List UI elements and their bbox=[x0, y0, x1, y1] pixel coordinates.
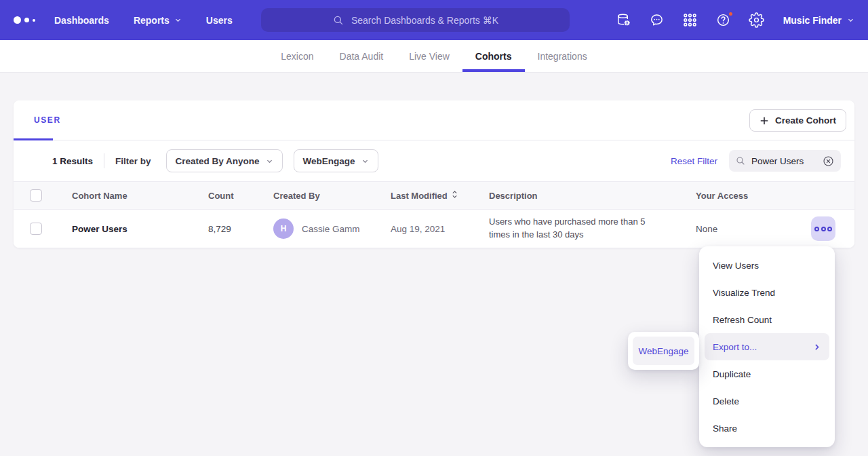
tab-data-audit[interactable]: Data Audit bbox=[327, 40, 397, 72]
project-switcher[interactable]: Music Finder bbox=[783, 15, 854, 26]
active-tab-underline bbox=[14, 138, 53, 140]
nav-reports[interactable]: Reports bbox=[134, 15, 182, 26]
search-icon bbox=[735, 155, 746, 166]
row-context-menu: View Users Visualize Trend Refresh Count… bbox=[699, 246, 835, 447]
export-submenu: WebEngage bbox=[628, 332, 699, 370]
data-governance-icon[interactable] bbox=[616, 12, 632, 28]
topbar-actions: Music Finder bbox=[616, 0, 854, 40]
cohort-type-tabs: USER Create Cohort bbox=[14, 100, 854, 140]
cohort-count-cell: 8,729 bbox=[208, 224, 273, 234]
menu-item-view-users[interactable]: View Users bbox=[705, 252, 829, 279]
menu-item-visualize-trend[interactable]: Visualize Trend bbox=[705, 279, 829, 306]
tab-integrations[interactable]: Integrations bbox=[525, 40, 600, 72]
column-header-description: Description bbox=[489, 191, 696, 201]
settings-tab-bar: Lexicon Data Audit Live View Cohorts Int… bbox=[0, 40, 868, 73]
chevron-down-icon bbox=[266, 157, 273, 165]
cohort-table-row[interactable]: Power Users 8,729 H Cassie Gamm Aug 19, … bbox=[14, 210, 854, 248]
global-search-placeholder: Search Dashboards & Reports ⌘K bbox=[351, 15, 498, 26]
submenu-item-webengage[interactable]: WebEngage bbox=[633, 337, 694, 365]
chevron-down-icon bbox=[361, 157, 369, 165]
column-header-cohort-name: Cohort Name bbox=[72, 191, 208, 201]
clear-search-icon[interactable] bbox=[822, 155, 835, 168]
select-all-checkbox[interactable] bbox=[30, 189, 42, 202]
filter-by-label: Filter by bbox=[115, 156, 151, 166]
filter-toolbar: 1 Results Filter by Created By Anyone We… bbox=[14, 140, 854, 181]
reset-filter-link[interactable]: Reset Filter bbox=[671, 156, 717, 166]
sort-icon bbox=[452, 190, 458, 201]
nav-users[interactable]: Users bbox=[206, 15, 233, 26]
nav-reports-label: Reports bbox=[134, 15, 170, 26]
notification-dot bbox=[728, 11, 734, 17]
feedback-icon[interactable] bbox=[649, 12, 665, 28]
tab-cohorts[interactable]: Cohorts bbox=[462, 40, 525, 72]
chevron-right-icon bbox=[812, 343, 821, 352]
divider bbox=[104, 153, 104, 168]
cohort-name-cell: Power Users bbox=[72, 224, 208, 234]
nav-dashboards-label: Dashboards bbox=[54, 15, 109, 26]
column-header-last-modified[interactable]: Last Modified bbox=[391, 190, 489, 201]
access-value: None bbox=[696, 224, 717, 234]
create-cohort-button[interactable]: Create Cohort bbox=[749, 109, 846, 132]
cohorts-panel: USER Create Cohort 1 Results Filter by C… bbox=[14, 100, 854, 248]
more-options-button[interactable] bbox=[811, 216, 835, 241]
global-search-input[interactable]: Search Dashboards & Reports ⌘K bbox=[261, 8, 570, 32]
menu-item-share[interactable]: Share bbox=[705, 415, 829, 442]
created-by-filter-dropdown[interactable]: Created By Anyone bbox=[166, 149, 283, 172]
tab-user-cohorts[interactable]: USER bbox=[34, 115, 61, 125]
chevron-down-icon bbox=[847, 16, 854, 24]
last-modified-cell: Aug 19, 2021 bbox=[391, 224, 489, 234]
menu-item-export-to[interactable]: Export to... bbox=[705, 333, 829, 360]
plus-icon bbox=[760, 116, 769, 126]
apps-grid-icon[interactable] bbox=[682, 12, 698, 28]
settings-gear-icon[interactable] bbox=[749, 12, 765, 28]
your-access-cell: None bbox=[696, 216, 854, 241]
table-header-row: Cohort Name Count Created By Last Modifi… bbox=[14, 181, 854, 210]
search-icon bbox=[332, 14, 344, 26]
column-header-created-by: Created By bbox=[273, 191, 391, 201]
avatar: H bbox=[273, 218, 294, 239]
nav-users-label: Users bbox=[206, 15, 233, 26]
integration-filter-dropdown[interactable]: WebEngage bbox=[294, 149, 378, 172]
menu-item-refresh-count[interactable]: Refresh Count bbox=[705, 306, 829, 333]
tab-live-view[interactable]: Live View bbox=[396, 40, 462, 72]
column-header-count: Count bbox=[208, 191, 273, 201]
created-by-cell: H Cassie Gamm bbox=[273, 218, 391, 239]
column-header-your-access: Your Access bbox=[696, 191, 854, 201]
mixpanel-logo-icon[interactable] bbox=[14, 16, 35, 24]
menu-item-duplicate[interactable]: Duplicate bbox=[705, 360, 829, 387]
nav-dashboards[interactable]: Dashboards bbox=[54, 15, 109, 26]
menu-item-delete[interactable]: Delete bbox=[705, 387, 829, 415]
description-cell: Users who have purchased more than 5 tim… bbox=[489, 216, 696, 242]
results-count: 1 Results bbox=[52, 156, 93, 166]
cohort-search-box bbox=[729, 150, 841, 172]
chevron-down-icon bbox=[174, 16, 182, 24]
creator-name: Cassie Gamm bbox=[302, 224, 360, 234]
cohort-search-input[interactable] bbox=[751, 156, 816, 166]
project-name: Music Finder bbox=[783, 15, 842, 26]
primary-nav: Dashboards Reports Users bbox=[54, 15, 233, 26]
top-navigation-bar: Dashboards Reports Users Search Dashboar… bbox=[0, 0, 868, 40]
row-checkbox[interactable] bbox=[30, 223, 42, 235]
tab-lexicon[interactable]: Lexicon bbox=[268, 40, 326, 72]
help-icon[interactable] bbox=[715, 12, 732, 28]
